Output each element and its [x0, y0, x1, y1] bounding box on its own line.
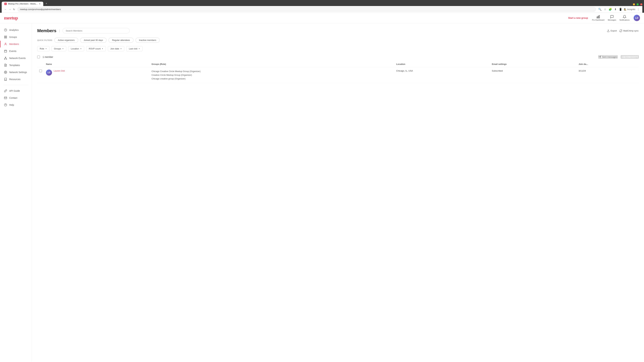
sidebar-item-network-settings[interactable]: Network Settings: [0, 69, 32, 76]
user-avatar[interactable]: LD: [634, 15, 640, 21]
window-maximize[interactable]: [636, 3, 639, 5]
resources-icon: [4, 78, 7, 81]
search-input[interactable]: [62, 28, 130, 33]
new-message-button[interactable]: New message: [621, 55, 639, 58]
members-count: 1 member: [37, 56, 53, 58]
mailchimp-sync-button[interactable]: MailChimp sync: [620, 29, 639, 32]
group-3: Chicago creative group (Organizer): [152, 77, 392, 81]
url-bar[interactable]: [18, 7, 596, 11]
sidebar-item-contact[interactable]: Contact: [0, 94, 32, 101]
menu-icon[interactable]: ⋮: [636, 7, 640, 11]
svg-rect-4: [4, 36, 5, 37]
location-chevron-down-icon: ▼: [80, 48, 82, 50]
sidebar-item-api-guide[interactable]: API Guide: [0, 87, 32, 94]
filter-role-label: Role: [40, 47, 44, 50]
tab-favicon: M: [4, 3, 7, 5]
members-count-label: 1 member: [42, 56, 53, 58]
export-button[interactable]: Export: [607, 29, 617, 32]
filter-role[interactable]: Role ▼: [37, 46, 50, 51]
row-checkbox-cell: [37, 67, 44, 83]
notifications-nav[interactable]: Notifications: [620, 15, 630, 21]
back-button[interactable]: ←: [4, 7, 8, 11]
start-new-group-button[interactable]: Start a new group: [568, 16, 588, 19]
sidebar-item-groups[interactable]: Groups: [0, 34, 32, 40]
contact-label: Contact: [9, 96, 17, 99]
svg-rect-7: [6, 37, 7, 38]
table-header: Name Groups (Role) Location Email settin…: [37, 61, 639, 67]
display-icon[interactable]: 📱: [618, 7, 623, 11]
main-layout: Analytics Groups Members Events: [0, 23, 644, 361]
filter-chip-active-organizers[interactable]: Active organizers: [54, 37, 78, 43]
filter-chip-joined-past-30[interactable]: Joined past 30 days: [80, 37, 107, 43]
analytics-label: Analytics: [9, 29, 18, 31]
filter-location[interactable]: Location ▼: [68, 46, 84, 51]
role-chevron-down-icon: ▼: [45, 48, 47, 50]
refresh-button[interactable]: ↻: [12, 7, 16, 11]
filter-last-visit[interactable]: Last visit ▼: [126, 46, 142, 51]
member-email-cell: Subscribed: [490, 67, 576, 83]
filter-join-date[interactable]: Join date ▼: [108, 46, 124, 51]
tab-close-button[interactable]: ✕: [39, 3, 40, 5]
sidebar-item-templates[interactable]: Templates: [0, 62, 32, 68]
member-joindate-cell: 3/11/24: [576, 67, 639, 83]
page-header: Members | Export MailChimp sync: [37, 28, 639, 33]
sidebar: Analytics Groups Members Events: [0, 23, 32, 361]
templates-icon: [4, 63, 7, 67]
sidebar-item-resources[interactable]: Resources: [0, 76, 32, 83]
select-all-checkbox[interactable]: [37, 56, 40, 58]
bookmark-icon[interactable]: ☆: [603, 7, 607, 11]
filter-chip-regular-attendees[interactable]: Regular attendees: [108, 37, 133, 43]
filter-joindate-label: Join date: [110, 47, 119, 50]
members-label: Members: [9, 43, 19, 45]
network-settings-label: Network Settings: [9, 71, 27, 73]
table-body: LD Lauren Deli Chicago Creative Circle M…: [37, 67, 639, 83]
new-message-icon: [621, 56, 624, 58]
lastvisit-chevron-down-icon: ▼: [138, 48, 140, 50]
sent-messages-label: Sent messages: [602, 56, 617, 58]
filter-rsvp-count[interactable]: RSVP count ▼: [86, 46, 106, 51]
member-join-date: 3/11/24: [578, 69, 586, 72]
filter-lastvisit-label: Last visit: [129, 47, 137, 50]
api-guide-label: API Guide: [9, 89, 20, 92]
sidebar-item-analytics[interactable]: Analytics: [0, 27, 32, 33]
sent-messages-button[interactable]: Sent messages: [598, 55, 618, 58]
sidebar-item-help[interactable]: Help: [0, 102, 32, 108]
member-groups: Chicago Creative Circle Meetup Group (Or…: [152, 69, 392, 81]
groups-icon: [4, 35, 7, 39]
search-icon[interactable]: 🔍: [598, 7, 602, 11]
member-name-link[interactable]: Lauren Deli: [54, 69, 65, 72]
member-avatar: LD: [46, 69, 52, 76]
new-tab-button[interactable]: +: [44, 1, 49, 6]
extensions-icon[interactable]: 🧩: [608, 7, 613, 11]
sidebar-divider: [3, 85, 28, 85]
sidebar-item-members[interactable]: Members: [0, 41, 32, 47]
logo-text: meetup: [4, 15, 18, 20]
members-icon: [4, 42, 7, 46]
export-label: Export: [611, 29, 617, 32]
pro-dashboard-nav[interactable]: Pro Dashboard: [592, 15, 604, 21]
header-separator: |: [59, 29, 60, 32]
row-checkbox[interactable]: [39, 69, 42, 72]
col-groups: Groups (Role): [150, 61, 394, 67]
window-close[interactable]: [640, 3, 642, 5]
filter-groups[interactable]: Groups ▼: [52, 46, 66, 51]
sidebar-item-events[interactable]: Events: [0, 48, 32, 54]
browser-tabs: M Meetup Pro | Members - Meetu... ✕ +: [2, 1, 642, 6]
help-label: Help: [9, 104, 14, 106]
mailchimp-label: MailChimp sync: [623, 29, 639, 32]
messages-nav[interactable]: Messages: [608, 15, 616, 21]
svg-point-14: [4, 59, 5, 59]
members-table: Name Groups (Role) Location Email settin…: [37, 61, 639, 83]
member-location-cell: Chicago, IL, USA: [394, 67, 490, 83]
filter-chip-inactive-members[interactable]: Inactive members: [136, 37, 160, 43]
meetup-logo[interactable]: meetup: [4, 15, 18, 21]
forward-button[interactable]: →: [8, 7, 12, 11]
page-title: Members: [37, 28, 56, 33]
messages-label: Messages: [608, 19, 616, 21]
sidebar-item-network-events[interactable]: Network Events: [0, 55, 32, 61]
incognito-label: Incognito: [627, 8, 635, 10]
tab-title: Meetup Pro | Members - Meetu...: [8, 3, 38, 5]
network-events-icon: [4, 56, 7, 60]
download-icon[interactable]: ⬇: [614, 7, 617, 11]
window-minimize[interactable]: [633, 3, 635, 5]
